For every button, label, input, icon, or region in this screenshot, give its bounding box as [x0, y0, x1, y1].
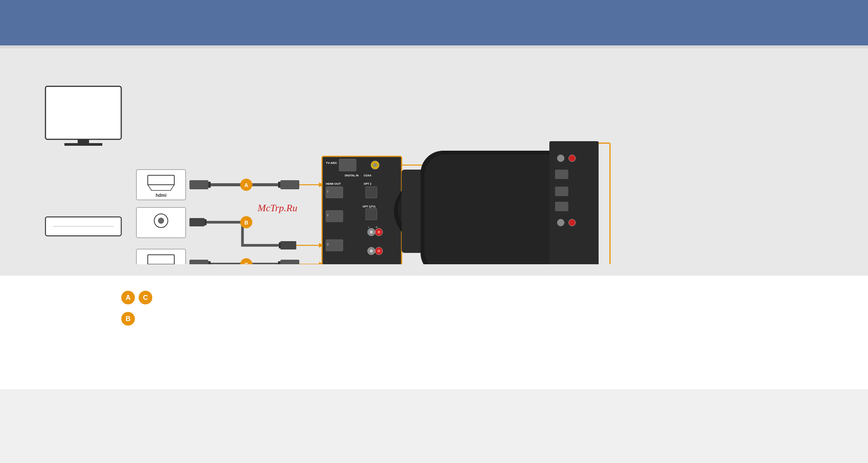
svg-rect-2 — [64, 143, 102, 146]
svg-point-11 — [158, 218, 164, 224]
svg-text:2: 2 — [327, 214, 328, 217]
svg-rect-57 — [366, 209, 377, 220]
svg-text:C: C — [244, 262, 248, 264]
svg-rect-16 — [189, 180, 208, 189]
svg-point-64 — [377, 231, 380, 234]
svg-text:hdmi: hdmi — [156, 193, 167, 198]
bottom-badge-row-ac: A C — [23, 291, 845, 304]
badge-a: A — [121, 291, 135, 304]
svg-rect-86 — [555, 202, 568, 211]
svg-text:TV·ARC: TV·ARC — [326, 161, 337, 165]
svg-text:HDMI OUT: HDMI OUT — [326, 182, 341, 186]
svg-text:DIGITAL IN: DIGITAL IN — [345, 174, 358, 177]
svg-rect-12 — [136, 249, 186, 264]
badge-c: C — [139, 291, 152, 304]
svg-rect-1 — [78, 139, 89, 143]
connection-diagram: hdmi hdmi A B — [23, 60, 849, 264]
svg-text:OPT 1(TV): OPT 1(TV) — [363, 205, 375, 208]
svg-rect-23 — [278, 182, 280, 188]
svg-rect-27 — [205, 219, 206, 225]
svg-text:R: R — [376, 226, 378, 228]
svg-rect-35 — [208, 261, 211, 264]
svg-rect-31 — [279, 242, 281, 248]
svg-text:3: 3 — [327, 243, 328, 246]
svg-point-82 — [557, 155, 564, 162]
main-diagram-area: hdmi hdmi A B — [0, 48, 868, 276]
svg-text:A: A — [244, 182, 248, 188]
bottom-badge-row-b: B — [23, 312, 845, 326]
separator — [0, 45, 868, 48]
svg-rect-0 — [45, 86, 121, 139]
svg-rect-84 — [555, 170, 568, 179]
svg-text:1: 1 — [327, 190, 328, 193]
top-banner — [0, 0, 868, 45]
svg-rect-85 — [555, 187, 568, 196]
svg-rect-52 — [366, 187, 377, 198]
svg-rect-46 — [339, 159, 356, 171]
svg-rect-17 — [208, 182, 211, 188]
svg-text:OPT 2: OPT 2 — [364, 182, 371, 185]
svg-rect-41 — [278, 261, 280, 264]
svg-text:B: B — [244, 220, 248, 226]
svg-point-49 — [373, 163, 377, 167]
badge-b: B — [121, 312, 135, 326]
svg-point-61 — [370, 231, 373, 234]
svg-rect-30 — [280, 241, 296, 249]
svg-text:COAX: COAX — [364, 174, 372, 177]
svg-rect-22 — [280, 180, 299, 189]
svg-text:McTrp.Ru: McTrp.Ru — [257, 203, 297, 214]
svg-point-71 — [377, 249, 380, 253]
svg-point-69 — [370, 249, 373, 253]
bottom-info-area: A C B — [0, 276, 868, 389]
svg-rect-26 — [189, 218, 205, 226]
svg-point-87 — [557, 219, 564, 226]
svg-rect-34 — [189, 260, 208, 264]
svg-point-83 — [569, 155, 576, 162]
svg-rect-40 — [280, 260, 299, 264]
svg-point-88 — [569, 219, 576, 226]
